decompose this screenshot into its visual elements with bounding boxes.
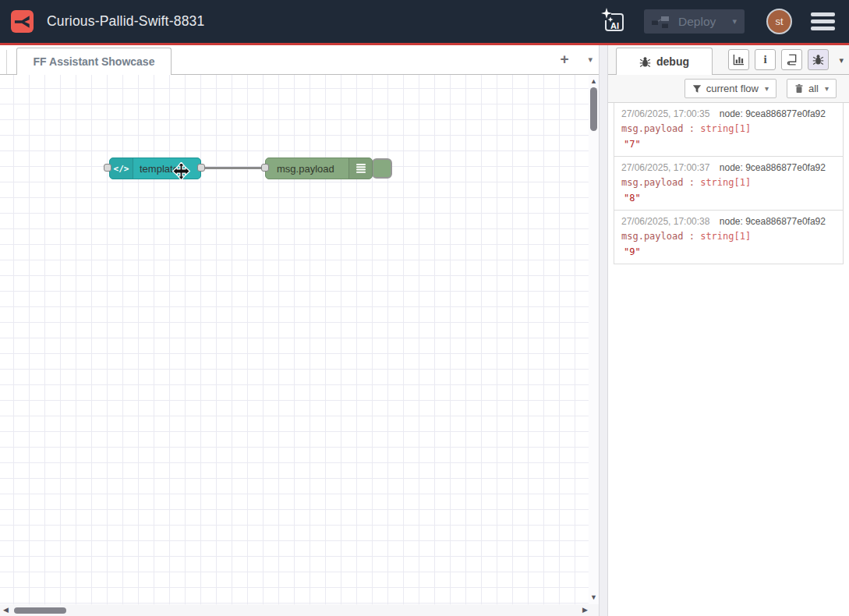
bug-icon: [812, 54, 824, 65]
debug-source-node-id: node: 9cea886877e0fa92: [720, 216, 826, 227]
ai-assistant-button[interactable]: AI: [599, 6, 628, 37]
deploy-button[interactable]: Deploy ▾: [644, 9, 745, 34]
debug-property-row[interactable]: msg.payload : string[1]: [621, 231, 836, 242]
filter-funnel-icon: [692, 84, 702, 94]
debug-type-badge: string[1]: [700, 177, 751, 188]
debug-panel: 27/06/2025, 17:00:35 node: 9cea886877e0f…: [608, 103, 849, 616]
tab-ff-assistant-showcase[interactable]: FF Assistant Showcase: [16, 48, 172, 75]
clear-scope-label: all: [808, 83, 819, 94]
flow-tab-bar: FF Assistant Showcase + ▾: [0, 45, 599, 75]
sidebar-splitter[interactable]: [599, 45, 608, 616]
debug-separator: :: [683, 177, 700, 188]
scroll-right-icon[interactable]: ▶: [582, 607, 588, 614]
template-code-icon: </>: [110, 158, 133, 179]
debug-enable-toggle[interactable]: [372, 158, 392, 179]
debug-node-label: msg.payload: [277, 158, 334, 179]
debug-input-port[interactable]: [261, 164, 269, 172]
deploy-options-caret-icon[interactable]: ▾: [726, 16, 737, 27]
debug-timestamp: 27/06/2025, 17:00:35: [621, 108, 709, 119]
sidebar-tab-overflow-caret-icon[interactable]: ▾: [839, 55, 844, 65]
debug-list-icon: [348, 158, 372, 179]
flow-canvas[interactable]: </> template msg.payload: [0, 75, 599, 604]
main-area: FF Assistant Showcase + ▾ </> template: [0, 45, 849, 616]
sidebar-tab-dashboard[interactable]: [728, 49, 749, 70]
menu-bar: [811, 27, 835, 30]
node-red-editor: Curious-Pallid-Swift-8831 AI Deploy ▾ st: [0, 0, 849, 616]
debug-separator: :: [683, 123, 700, 134]
template-output-port[interactable]: [197, 164, 205, 172]
horizontal-scroll-thumb[interactable]: [14, 607, 66, 614]
deploy-icon: [652, 15, 669, 29]
debug-source-node-id: node: 9cea886877e0fa92: [720, 108, 826, 119]
sidebar-tab-info[interactable]: i: [755, 49, 776, 70]
clear-caret-icon: ▾: [825, 84, 829, 93]
debug-toolbar: current flow ▾ all ▾: [608, 75, 849, 103]
sidebar-tab-bar: debug i: [608, 45, 849, 75]
debug-clear-button[interactable]: all ▾: [787, 79, 837, 98]
avatar-initials: st: [775, 16, 783, 27]
info-icon: i: [763, 53, 766, 66]
debug-timestamp: 27/06/2025, 17:00:37: [621, 162, 709, 173]
scroll-up-icon[interactable]: ▲: [590, 78, 597, 85]
debug-message-meta: 27/06/2025, 17:00:38 node: 9cea886877e0f…: [621, 216, 836, 227]
trash-icon: [794, 83, 804, 94]
debug-type-badge: string[1]: [700, 231, 751, 242]
tab-list-caret-icon[interactable]: ▾: [588, 55, 593, 65]
chart-icon: [733, 54, 745, 65]
move-cursor-icon: [172, 162, 190, 180]
debug-property-path: msg.payload: [621, 123, 683, 134]
flowfuse-logo-icon[interactable]: [11, 10, 34, 33]
code-glyph: </>: [114, 164, 129, 174]
debug-value: "8": [621, 193, 836, 204]
debug-property-row[interactable]: msg.payload : string[1]: [621, 177, 836, 188]
workspace: FF Assistant Showcase + ▾ </> template: [0, 45, 599, 616]
sidebar: debug i: [608, 45, 849, 616]
canvas-vertical-scrollbar[interactable]: ▲ ▼: [589, 75, 599, 604]
filter-label: current flow: [706, 83, 759, 94]
debug-filter-button[interactable]: current flow ▾: [685, 79, 776, 98]
menu-bar: [811, 19, 835, 23]
svg-text:AI: AI: [610, 20, 619, 30]
sidebar-tab-label: debug: [656, 55, 689, 68]
debug-timestamp: 27/06/2025, 17:00:38: [621, 216, 709, 227]
debug-source-node-id: node: 9cea886877e0fa92: [720, 162, 826, 173]
sidebar-tab-icons: i: [728, 49, 829, 70]
debug-message[interactable]: 27/06/2025, 17:00:35 node: 9cea886877e0f…: [614, 103, 843, 157]
main-menu-button[interactable]: [811, 12, 835, 30]
debug-value: "7": [621, 139, 836, 150]
canvas-horizontal-scrollbar[interactable]: ◀ ▶: [0, 604, 599, 616]
book-icon: [786, 54, 798, 65]
wire-template-to-debug[interactable]: [200, 167, 267, 169]
debug-property-path: msg.payload: [621, 177, 683, 188]
user-avatar[interactable]: st: [766, 9, 792, 34]
filter-caret-icon: ▾: [765, 84, 769, 93]
template-input-port[interactable]: [104, 164, 111, 172]
add-flow-button[interactable]: +: [556, 51, 573, 68]
vertical-scroll-thumb[interactable]: [590, 87, 597, 131]
ai-sparkle-icon: AI: [600, 7, 628, 37]
debug-message-meta: 27/06/2025, 17:00:35 node: 9cea886877e0f…: [621, 108, 836, 119]
instance-title: Curious-Pallid-Swift-8831: [47, 13, 204, 30]
logo-glyph: [14, 13, 31, 30]
debug-separator: :: [683, 231, 700, 242]
debug-type-badge: string[1]: [700, 123, 751, 134]
debug-property-path: msg.payload: [621, 231, 683, 242]
menu-bar: [811, 12, 835, 16]
debug-message-meta: 27/06/2025, 17:00:37 node: 9cea886877e0f…: [621, 162, 836, 173]
debug-message[interactable]: 27/06/2025, 17:00:38 node: 9cea886877e0f…: [614, 211, 843, 264]
bug-icon: [639, 56, 651, 68]
scroll-left-icon[interactable]: ◀: [3, 607, 9, 614]
debug-message-list: 27/06/2025, 17:00:35 node: 9cea886877e0f…: [614, 103, 844, 264]
flow-tab-label: FF Assistant Showcase: [34, 55, 155, 68]
tab-scroll-edge: [6, 50, 7, 74]
debug-property-row[interactable]: msg.payload : string[1]: [621, 123, 836, 134]
sidebar-tab-help[interactable]: [781, 49, 802, 70]
debug-message[interactable]: 27/06/2025, 17:00:37 node: 9cea886877e0f…: [614, 157, 843, 211]
debug-value: "9": [621, 246, 836, 257]
node-msg-payload[interactable]: msg.payload: [265, 158, 373, 179]
sidebar-tab-debug-icon-button[interactable]: [808, 49, 829, 70]
sidebar-tab-debug[interactable]: debug: [616, 48, 713, 75]
app-header: Curious-Pallid-Swift-8831 AI Deploy ▾ st: [0, 0, 849, 45]
deploy-label: Deploy: [678, 15, 716, 29]
scroll-down-icon[interactable]: ▼: [590, 594, 597, 601]
